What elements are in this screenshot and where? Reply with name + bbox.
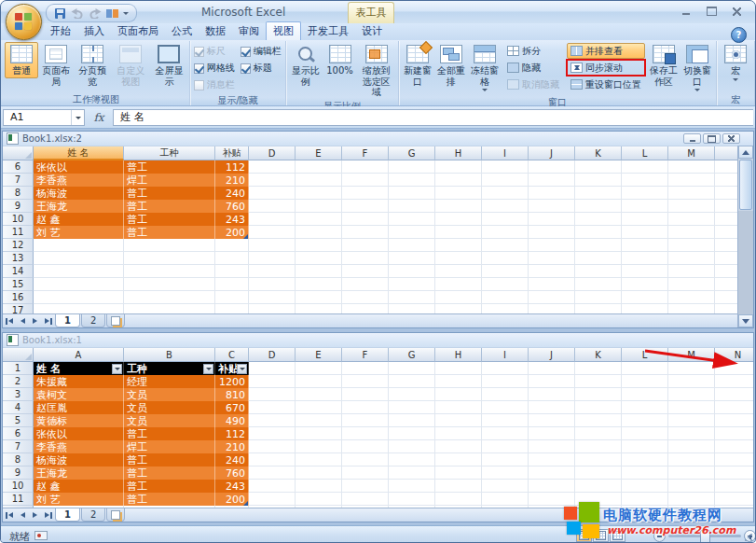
table-header-cell[interactable]: 补贴 bbox=[215, 362, 249, 375]
column-header[interactable]: H bbox=[435, 146, 482, 160]
sheet-tab[interactable]: 1 bbox=[55, 314, 80, 327]
cell[interactable] bbox=[668, 362, 715, 375]
cell[interactable] bbox=[435, 375, 482, 388]
cell[interactable] bbox=[296, 187, 342, 200]
cell[interactable]: 李香燕 bbox=[34, 174, 124, 187]
sheet-nav-first-icon[interactable] bbox=[3, 508, 16, 522]
cell[interactable] bbox=[575, 160, 622, 174]
row-header[interactable]: 7 bbox=[3, 440, 34, 453]
cell[interactable]: 普工 bbox=[124, 466, 215, 480]
cell[interactable] bbox=[482, 453, 529, 466]
cell[interactable] bbox=[575, 388, 622, 401]
cell[interactable] bbox=[389, 388, 435, 401]
cell[interactable] bbox=[342, 213, 389, 226]
row-header[interactable]: 11 bbox=[3, 226, 34, 239]
cell[interactable] bbox=[342, 252, 389, 265]
cell[interactable] bbox=[529, 278, 575, 291]
column-header[interactable]: D bbox=[249, 348, 296, 362]
cell[interactable]: 普工 bbox=[124, 213, 215, 226]
minimize-icon[interactable] bbox=[675, 5, 697, 18]
cell[interactable] bbox=[575, 375, 622, 388]
scrollbar-thumb[interactable] bbox=[739, 160, 752, 210]
cell[interactable]: 普工 bbox=[124, 226, 215, 239]
column-header[interactable]: 补贴 bbox=[215, 146, 249, 160]
cell[interactable] bbox=[435, 213, 482, 226]
cell[interactable] bbox=[575, 480, 622, 493]
cell[interactable] bbox=[575, 226, 622, 239]
row-header[interactable]: 4 bbox=[3, 401, 34, 414]
cell[interactable] bbox=[622, 160, 668, 174]
cell[interactable]: 普工 bbox=[124, 187, 215, 200]
cell[interactable] bbox=[622, 506, 668, 508]
row-header[interactable]: 10 bbox=[3, 480, 34, 493]
cell[interactable]: 焊工 bbox=[124, 174, 215, 187]
cell[interactable] bbox=[622, 480, 668, 493]
ribbon-tab[interactable]: 插入 bbox=[77, 22, 111, 40]
cell[interactable] bbox=[482, 362, 529, 375]
cell[interactable] bbox=[482, 291, 529, 304]
cell[interactable] bbox=[482, 388, 529, 401]
cell[interactable]: 240 bbox=[215, 187, 249, 200]
cell[interactable] bbox=[215, 252, 249, 265]
cell[interactable] bbox=[482, 506, 529, 508]
cell[interactable] bbox=[249, 213, 296, 226]
cell[interactable] bbox=[342, 453, 389, 466]
close-icon[interactable] bbox=[725, 5, 748, 18]
cell[interactable]: 490 bbox=[215, 414, 249, 427]
cell[interactable] bbox=[668, 466, 715, 480]
cell[interactable] bbox=[389, 466, 435, 480]
row-header[interactable]: 8 bbox=[3, 187, 34, 200]
cell[interactable] bbox=[342, 160, 389, 174]
cell[interactable] bbox=[482, 304, 529, 313]
column-header[interactable]: N bbox=[715, 348, 753, 362]
cell[interactable] bbox=[249, 453, 296, 466]
row-header[interactable]: 11 bbox=[3, 493, 34, 506]
column-header[interactable]: E bbox=[296, 348, 342, 362]
cell[interactable] bbox=[342, 174, 389, 187]
cell[interactable] bbox=[668, 226, 715, 239]
cell[interactable] bbox=[529, 362, 575, 375]
cell[interactable] bbox=[622, 304, 668, 313]
ribbon-tab[interactable]: 开始 bbox=[44, 22, 77, 40]
cell[interactable] bbox=[575, 252, 622, 265]
cell[interactable] bbox=[482, 252, 529, 265]
macro-record-icon[interactable] bbox=[34, 531, 48, 540]
cell[interactable]: 袁柯文 bbox=[34, 388, 124, 401]
cell[interactable] bbox=[249, 200, 296, 213]
cell[interactable] bbox=[249, 278, 296, 291]
cell[interactable] bbox=[529, 226, 575, 239]
row-header[interactable]: 8 bbox=[3, 453, 34, 466]
name-box[interactable]: A1 bbox=[3, 109, 85, 126]
table-resize-handle[interactable] bbox=[243, 234, 248, 239]
column-header[interactable]: K bbox=[575, 146, 622, 160]
customize-qat-icon[interactable] bbox=[123, 12, 129, 18]
cell[interactable] bbox=[668, 304, 715, 313]
cell[interactable] bbox=[529, 239, 575, 252]
cell[interactable] bbox=[575, 278, 622, 291]
cell[interactable]: 243 bbox=[215, 480, 249, 493]
cell[interactable] bbox=[715, 362, 753, 375]
cell[interactable] bbox=[342, 304, 389, 313]
cell[interactable] bbox=[215, 506, 249, 508]
cell[interactable] bbox=[435, 226, 482, 239]
column-header[interactable]: J bbox=[529, 146, 575, 160]
cell[interactable] bbox=[389, 414, 435, 427]
row-header[interactable]: 13 bbox=[3, 252, 34, 265]
cell[interactable] bbox=[249, 291, 296, 304]
cell[interactable]: 杨海波 bbox=[34, 187, 124, 200]
cell[interactable] bbox=[529, 414, 575, 427]
column-header[interactable]: I bbox=[482, 348, 529, 362]
cell[interactable]: 普工 bbox=[124, 493, 215, 506]
cell[interactable]: 朱援藏 bbox=[34, 375, 124, 388]
cell[interactable] bbox=[435, 265, 482, 278]
cell[interactable] bbox=[529, 453, 575, 466]
cell[interactable]: 243 bbox=[215, 213, 249, 226]
cell[interactable] bbox=[389, 304, 435, 313]
sheet-tab[interactable]: 1 bbox=[55, 508, 80, 522]
freeze-panes-button[interactable]: 冻结窗格 bbox=[468, 42, 502, 96]
cell[interactable] bbox=[389, 480, 435, 493]
cell[interactable] bbox=[34, 239, 124, 252]
cell[interactable] bbox=[529, 480, 575, 493]
ribbon-tab[interactable]: 开发工具 bbox=[301, 22, 355, 40]
cell[interactable] bbox=[124, 265, 215, 278]
